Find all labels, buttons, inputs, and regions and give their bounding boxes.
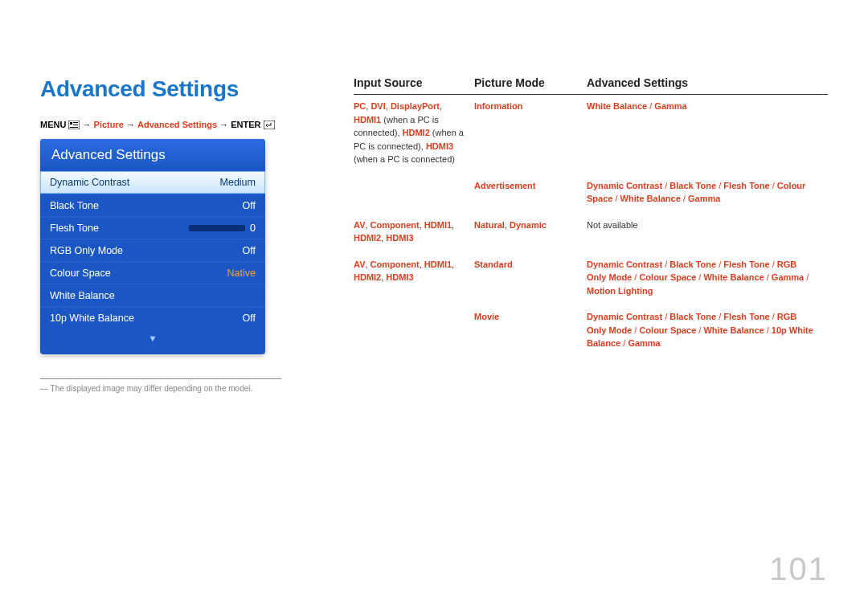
osd-row-value: Off <box>243 313 256 324</box>
cell-advanced-settings: Dynamic Contrast / Black Tone / Flesh To… <box>587 179 828 206</box>
section-title: Advanced Settings <box>40 76 305 102</box>
osd-row[interactable]: Black ToneOff <box>40 194 265 216</box>
menu-icon <box>68 121 80 129</box>
cell-picture-mode: Natural, Dynamic <box>474 219 587 245</box>
cell-input-source: AV, Component, HDMI1, HDMI2, HDMI3 <box>354 219 474 245</box>
osd-row-label: 10p White Balance <box>50 313 134 324</box>
osd-row-label: Colour Space <box>50 268 111 279</box>
cell-advanced-settings: White Balance / Gamma <box>587 100 828 166</box>
osd-row-label: Flesh Tone <box>50 223 99 234</box>
breadcrumb-picture: Picture <box>94 120 124 129</box>
table-row: PC, DVI, DisplayPort, HDMI1 (when a PC i… <box>354 95 828 174</box>
osd-row-value: Medium <box>220 177 256 188</box>
cell-input-source <box>354 310 474 350</box>
cell-input-source: PC, DVI, DisplayPort, HDMI1 (when a PC i… <box>354 100 474 166</box>
table-row: AV, Component, HDMI1, HDMI2, HDMI3Standa… <box>354 253 828 306</box>
page: Advanced Settings MENU → Picture → Advan… <box>0 0 868 393</box>
breadcrumb-arrow-2: → <box>126 120 135 129</box>
left-column: Advanced Settings MENU → Picture → Advan… <box>40 76 305 393</box>
scroll-down-icon[interactable]: ▼ <box>40 333 265 343</box>
breadcrumb-enter: ENTER <box>231 120 260 129</box>
breadcrumb: MENU → Picture → Advanced Settings → ENT… <box>40 120 305 129</box>
svg-rect-2 <box>73 122 78 123</box>
footnote-rule <box>40 378 281 379</box>
osd-row-value: Off <box>243 200 256 211</box>
osd-row[interactable]: White Balance <box>40 284 265 306</box>
osd-title: Advanced Settings <box>40 139 265 171</box>
svg-rect-4 <box>70 127 78 128</box>
osd-row-label: RGB Only Mode <box>50 245 123 256</box>
th-picture-mode: Picture Mode <box>474 76 587 89</box>
footnote: ― The displayed image may differ dependi… <box>40 384 305 393</box>
table-row: AdvertisementDynamic Contrast / Black To… <box>354 174 828 214</box>
th-advanced-settings: Advanced Settings <box>587 76 828 89</box>
osd-row[interactable]: Dynamic ContrastMedium <box>40 171 265 194</box>
page-number: 101 <box>769 551 828 587</box>
cell-picture-mode: Information <box>474 100 587 166</box>
breadcrumb-arrow-1: → <box>83 120 92 129</box>
osd-row[interactable]: Colour SpaceNative <box>40 261 265 284</box>
osd-row[interactable]: 10p White BalanceOff <box>40 306 265 329</box>
cell-picture-mode: Advertisement <box>474 179 587 206</box>
osd-row-label: Dynamic Contrast <box>50 177 129 188</box>
osd-row-value: 0 <box>250 223 256 234</box>
osd-row-label: White Balance <box>50 290 115 301</box>
enter-icon <box>264 121 275 129</box>
breadcrumb-menu: MENU <box>40 120 66 129</box>
cell-input-source: AV, Component, HDMI1, HDMI2, HDMI3 <box>354 258 474 298</box>
table-row: AV, Component, HDMI1, HDMI2, HDMI3Natura… <box>354 214 828 253</box>
breadcrumb-arrow-3: → <box>219 120 228 129</box>
cell-advanced-settings: Not available <box>587 219 828 245</box>
osd-row-label: Black Tone <box>50 200 99 211</box>
cell-picture-mode: Movie <box>474 310 587 350</box>
table-header: Input Source Picture Mode Advanced Setti… <box>354 76 828 95</box>
table-body: PC, DVI, DisplayPort, HDMI1 (when a PC i… <box>354 95 828 358</box>
cell-advanced-settings: Dynamic Contrast / Black Tone / Flesh To… <box>587 258 828 298</box>
svg-rect-1 <box>70 122 72 125</box>
osd-row[interactable]: RGB Only ModeOff <box>40 239 265 261</box>
cell-advanced-settings: Dynamic Contrast / Black Tone / Flesh To… <box>587 310 828 350</box>
cell-input-source <box>354 179 474 206</box>
osd-row-value: Off <box>243 245 256 256</box>
osd-row-value: Native <box>227 268 256 279</box>
slider[interactable] <box>189 225 245 231</box>
osd-row[interactable]: Flesh Tone0 <box>40 216 265 239</box>
osd-panel: Advanced Settings Dynamic ContrastMedium… <box>40 139 265 354</box>
right-column: Input Source Picture Mode Advanced Setti… <box>354 76 828 393</box>
table-row: MovieDynamic Contrast / Black Tone / Fle… <box>354 305 828 358</box>
cell-picture-mode: Standard <box>474 258 587 298</box>
th-input-source: Input Source <box>354 76 474 89</box>
breadcrumb-advanced: Advanced Settings <box>137 120 217 129</box>
svg-rect-3 <box>73 125 78 125</box>
